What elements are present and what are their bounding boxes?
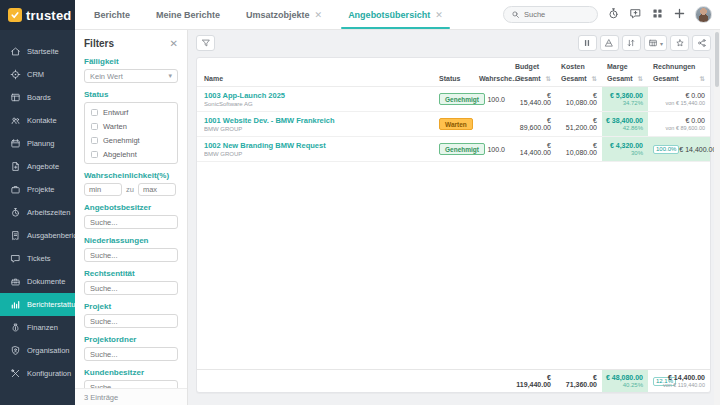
rechnungen-value: € 0.00 [686, 117, 705, 124]
sidebar-item-finanzen[interactable]: Finanzen [0, 316, 75, 339]
sidebar-item-planung[interactable]: Planung [0, 132, 75, 155]
faelligkeit-value: Kein Wert [90, 72, 123, 81]
close-icon[interactable]: ✕ [170, 38, 178, 49]
table-view-button[interactable]: ▾ [644, 35, 667, 51]
pyramid-icon [604, 38, 614, 48]
company-label: BMW GROUP [204, 126, 429, 132]
niederlassungen-search-input[interactable] [84, 248, 178, 262]
col-probability[interactable]: Wahrsche...⇅ [474, 71, 510, 86]
status-option-abgelehnt[interactable]: Abgelehnt [85, 147, 177, 161]
tab-meine-berichte[interactable]: Meine Berichte [143, 0, 233, 29]
global-search[interactable] [503, 6, 598, 23]
sort-icon[interactable]: ⇅ [700, 75, 705, 83]
sidebar-item-projekte[interactable]: Projekte [0, 178, 75, 201]
sort-icon[interactable]: ⇅ [546, 75, 551, 83]
sidebar-item-label: Organisation [27, 346, 70, 355]
header-apps-icon-button[interactable] [651, 6, 664, 24]
rechnungen-pct-chip: 100.0% [653, 145, 679, 154]
stopwatch-icon [10, 207, 21, 218]
scrollbar-thumb[interactable] [715, 32, 719, 87]
star-button[interactable] [670, 35, 689, 51]
status-option-warten[interactable]: Warten [85, 119, 177, 133]
tab-berichte[interactable]: Berichte [81, 0, 143, 29]
offer-link[interactable]: 1002 New Branding BMW Request [204, 141, 429, 150]
tab-bar: BerichteMeine BerichteUmsatzobjekte✕Ange… [81, 0, 456, 29]
sidebar-item-konfiguration[interactable]: Konfiguration [0, 362, 75, 385]
header-chat-icon-button[interactable] [629, 6, 642, 24]
tab-label: Berichte [94, 10, 130, 20]
people-icon [10, 115, 21, 126]
kosten-cell: € 10,080.00 [556, 87, 602, 111]
toolbox-icon [10, 276, 21, 287]
col-budget-gesamt[interactable]: Gesamt⇅ [510, 71, 556, 86]
sidebar-item-crm[interactable]: CRM [0, 63, 75, 86]
probability-max-input[interactable] [138, 183, 176, 196]
table-row[interactable]: 1003 App-Launch 2025SonicSoftware AGGene… [197, 87, 710, 112]
sidebar-item-label: Finanzen [27, 323, 58, 332]
header-plus-icon-button[interactable] [673, 6, 686, 24]
search-input[interactable] [524, 10, 590, 19]
angebotsbesitzer-label: Angebotsbesitzer [84, 203, 178, 212]
sort-icon[interactable]: ⇅ [592, 75, 597, 83]
checkbox[interactable] [91, 137, 98, 144]
sidebar-item-organisation[interactable]: Organisation [0, 339, 75, 362]
status-option-entwurf[interactable]: Entwurf [85, 105, 177, 119]
angebotsbesitzer-search-input[interactable] [84, 215, 178, 229]
funnel-button[interactable] [196, 35, 215, 51]
sidebar-item-startseite[interactable]: Startseite [0, 40, 75, 63]
group-kosten: Kosten [556, 61, 602, 71]
sidebar-item-tickets[interactable]: Tickets [0, 247, 75, 270]
sidebar-item-ausgabenberichte[interactable]: Ausgabenberichte [0, 224, 75, 247]
sidebar-item-dokumente[interactable]: Dokumente [0, 270, 75, 293]
share-button[interactable] [692, 35, 711, 51]
sidebar-item-arbeitszeiten[interactable]: Arbeitszeiten [0, 201, 75, 224]
avatar[interactable] [695, 6, 712, 23]
projektordner-search-input[interactable] [84, 347, 178, 361]
status-label: Status [84, 90, 178, 99]
star-icon [675, 38, 685, 48]
sort-icon[interactable]: ⇅ [638, 75, 643, 83]
chat-icon [629, 7, 642, 20]
budget-value: € 89,600.00 [515, 117, 551, 131]
header-timer-icon-button[interactable] [607, 6, 620, 24]
tab-angebots-bersicht[interactable]: Angebotsübersicht✕ [335, 0, 456, 29]
checkbox[interactable] [91, 151, 98, 158]
sort-button[interactable] [622, 35, 641, 51]
board-icon [10, 92, 21, 103]
total-marge-cell: € 48,080.00 40.25% [602, 370, 648, 392]
faelligkeit-select[interactable]: Kein Wert ▾ [84, 69, 178, 83]
projekt-search-input[interactable] [84, 314, 178, 328]
faelligkeit-label: Fälligkeit [84, 57, 178, 66]
col-kosten-gesamt[interactable]: Gesamt⇅ [556, 71, 602, 86]
kundenbesitzer-search-input[interactable] [84, 380, 178, 388]
table-row[interactable]: 1001 Website Dev. - BMW FrankreichBMW GR… [197, 112, 710, 137]
projektordner-label: Projektordner [84, 335, 178, 344]
name-cell: 1001 Website Dev. - BMW FrankreichBMW GR… [197, 112, 434, 136]
tab-close-icon[interactable]: ✕ [435, 10, 443, 20]
checkbox[interactable] [91, 109, 98, 116]
pyramid-button[interactable] [600, 35, 619, 51]
brand-logo[interactable]: trusted [0, 0, 75, 30]
col-marge-gesamt[interactable]: Gesamt⇅ [602, 71, 648, 86]
sidebar-item-berichterstattung[interactable]: Berichterstattung [0, 293, 75, 316]
timer-icon [607, 7, 620, 20]
table-row[interactable]: 1002 New Branding BMW RequestBMW GROUPGe… [197, 137, 710, 162]
sidebar-item-boards[interactable]: Boards [0, 86, 75, 109]
group-marge: Marge [602, 61, 648, 71]
status-badge: Warten [439, 118, 473, 130]
tab-umsatzobjekte[interactable]: Umsatzobjekte✕ [233, 0, 335, 29]
probability-min-input[interactable] [84, 183, 122, 196]
apps-icon [651, 7, 664, 20]
sidebar-item-kontakte[interactable]: Kontakte [0, 109, 75, 132]
status-option-genehmigt[interactable]: Genehmigt [85, 133, 177, 147]
rechtsentit-t-search-input[interactable] [84, 281, 178, 295]
checkbox[interactable] [91, 123, 98, 130]
sidebar-item-angebote[interactable]: Angebote [0, 155, 75, 178]
offer-link[interactable]: 1003 App-Launch 2025 [204, 91, 429, 100]
offer-link[interactable]: 1001 Website Dev. - BMW Frankreich [204, 116, 429, 125]
columns-button[interactable] [578, 35, 597, 51]
col-rechnungen-gesamt[interactable]: Gesamt⇅ [648, 71, 710, 86]
total-rechnungen-stack: € 14,400.00 von € 119,440.00 [676, 374, 705, 388]
ticket-chat-icon [10, 253, 21, 264]
tab-close-icon[interactable]: ✕ [315, 10, 323, 20]
